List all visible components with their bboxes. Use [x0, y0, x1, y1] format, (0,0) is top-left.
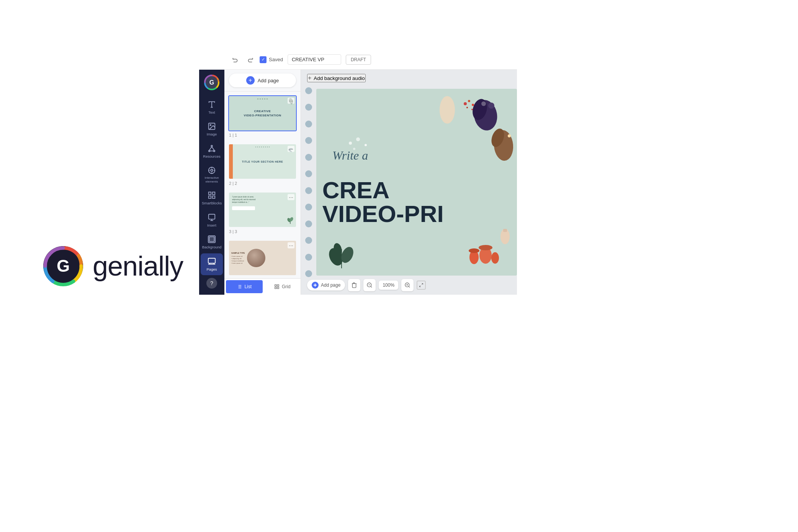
sidebar-item-image[interactable]: Image: [201, 118, 223, 140]
svg-point-59: [466, 107, 468, 108]
help-button[interactable]: ?: [206, 278, 217, 289]
toolbar: ✓ Saved DRAFT: [224, 50, 517, 70]
slide-1-more-button[interactable]: ···: [288, 98, 294, 104]
ring-7: [305, 187, 312, 194]
tab-list[interactable]: List: [226, 280, 263, 293]
zoom-out-button[interactable]: [363, 279, 376, 291]
slide-3-number: 3 | 3: [228, 229, 297, 234]
decoration-mushrooms: [466, 234, 501, 266]
resources-icon: [208, 144, 216, 153]
svg-point-7: [210, 125, 211, 126]
undo-button[interactable]: [231, 55, 240, 65]
slide-2-more-button[interactable]: ···: [288, 146, 294, 152]
add-page-label: Add page: [258, 78, 279, 83]
redo-button[interactable]: [245, 55, 255, 65]
slide-2-number: 2 | 2: [228, 181, 297, 186]
grid-tab-label: Grid: [282, 284, 291, 289]
add-page-bar: + Add page: [224, 70, 301, 91]
ring-1: [305, 87, 312, 94]
presentation-title-input[interactable]: [288, 54, 341, 65]
delete-slide-button[interactable]: [348, 279, 360, 291]
slide-item-4[interactable]: SAMPLE TYPE • lorem ipsum sit• adipiscin…: [228, 240, 297, 278]
tab-grid[interactable]: Grid: [264, 279, 301, 295]
svg-point-72: [365, 144, 367, 146]
svg-point-65: [491, 252, 499, 264]
svg-text:G: G: [209, 79, 214, 86]
svg-rect-29: [208, 258, 215, 263]
slide-4-more-button[interactable]: ···: [288, 242, 294, 248]
slide-3-more-button[interactable]: ···: [288, 194, 294, 200]
sidebar-item-resources[interactable]: Resources: [201, 140, 223, 162]
sidebar-item-smartblocks[interactable]: Smartblocks: [201, 187, 223, 209]
expand-icon: [419, 283, 424, 287]
svg-point-62: [469, 248, 479, 253]
image-icon: [208, 122, 216, 131]
canvas-main-title: CREA VIDEO-PRI: [322, 178, 444, 226]
sidebar-item-background[interactable]: Background: [201, 231, 223, 253]
canvas-area: + Add background audio: [301, 70, 517, 295]
add-page-button[interactable]: + Add page: [229, 73, 296, 87]
slide-3-content: "Lorem ipsum dolor sit amet,adipiscing e…: [229, 193, 296, 227]
svg-line-86: [420, 286, 421, 287]
sidebar-image-label: Image: [207, 132, 217, 136]
grid-icon: [274, 284, 280, 289]
sidebar-item-pages[interactable]: Pages: [201, 253, 223, 275]
zoom-in-button[interactable]: [401, 279, 414, 291]
ring-8: [305, 204, 312, 211]
logo-text: genially: [93, 250, 183, 282]
panel-tabs: List Grid: [224, 278, 301, 295]
sidebar: G Text Image: [199, 70, 224, 295]
add-page-plus-icon: +: [246, 76, 255, 85]
slide-item-2[interactable]: TITLE YOUR SECTION HERE ··· 2 | 2: [228, 144, 297, 186]
smartblocks-icon: [208, 191, 216, 199]
canvas-add-page-label: Add page: [321, 282, 340, 288]
svg-rect-20: [209, 192, 211, 194]
sidebar-item-interactive[interactable]: Interactiveelements: [201, 162, 223, 187]
sidebar-item-text[interactable]: Text: [201, 96, 223, 118]
list-icon: [237, 284, 242, 289]
svg-line-85: [422, 284, 423, 285]
sidebar-resources-label: Resources: [203, 154, 220, 158]
svg-point-55: [508, 134, 511, 137]
background-icon: [208, 235, 216, 243]
expand-button[interactable]: [417, 281, 426, 290]
sidebar-text-label: Text: [208, 110, 215, 114]
saved-check-icon: ✓: [260, 56, 267, 63]
svg-line-82: [409, 286, 410, 287]
slide-thumb-wrap-4: SAMPLE TYPE • lorem ipsum sit• adipiscin…: [228, 240, 297, 276]
slide-4-thumbnail: SAMPLE TYPE • lorem ipsum sit• adipiscin…: [229, 241, 296, 275]
svg-rect-45: [277, 285, 279, 286]
slide-1-thumbnail: CREATIVEVIDEO-PRESENTATION: [229, 96, 296, 131]
app-container: ✓ Saved DRAFT G: [199, 50, 517, 295]
decoration-brown-branch: [490, 126, 517, 166]
slide-thumb-wrap-1: CREATIVEVIDEO-PRESENTATION ···: [228, 95, 297, 131]
trash-icon: [351, 282, 357, 288]
decoration-vase: [499, 227, 511, 248]
draft-button[interactable]: DRAFT: [346, 55, 371, 65]
svg-point-70: [349, 142, 352, 145]
sidebar-logo-icon: G: [204, 74, 220, 90]
svg-line-11: [209, 147, 212, 150]
ring-4: [305, 137, 312, 144]
svg-point-71: [356, 137, 360, 141]
slide-item-1[interactable]: CREATIVEVIDEO-PRESENTATION ··· 1 | 1: [228, 95, 297, 137]
svg-rect-28: [209, 237, 214, 242]
slide-canvas[interactable]: Write a CREA VIDEO-PRI: [316, 89, 517, 276]
canvas-add-page-button[interactable]: Add page: [307, 280, 345, 290]
ring-9: [305, 220, 312, 227]
svg-point-51: [481, 101, 486, 106]
saved-status: ✓ Saved: [260, 56, 283, 63]
ring-5: [305, 154, 312, 161]
ring-3: [305, 121, 312, 127]
svg-text:G: G: [57, 256, 70, 275]
svg-rect-22: [209, 196, 211, 198]
decoration-white-dots: [347, 135, 370, 152]
svg-point-58: [472, 104, 474, 106]
svg-point-8: [211, 145, 213, 147]
svg-rect-46: [275, 287, 276, 289]
sidebar-item-insert[interactable]: Insert: [201, 209, 223, 231]
interactive-icon: [208, 166, 216, 175]
slide-1-number: 1 | 1: [228, 133, 297, 137]
svg-point-60: [471, 109, 473, 110]
slide-item-3[interactable]: "Lorem ipsum dolor sit amet,adipiscing e…: [228, 192, 297, 234]
